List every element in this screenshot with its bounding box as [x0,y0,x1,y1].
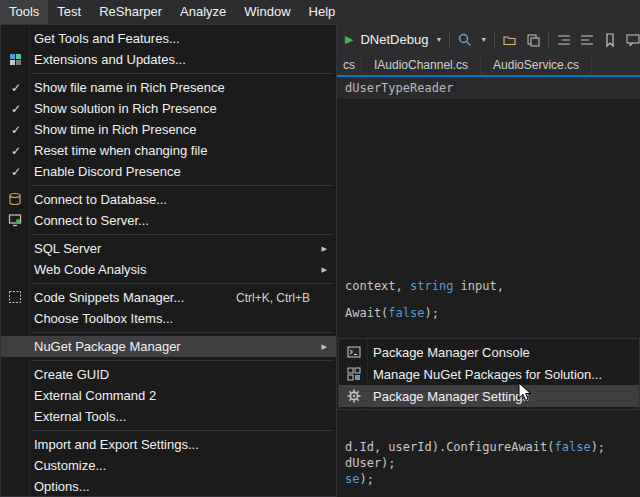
tab-iaudiochannel[interactable]: IAudioChannel.cs [362,55,481,75]
menu-item-web-code-analysis[interactable]: Web Code Analysis ▶ [1,259,336,280]
submenu-item-manage-nuget-packages-for-solution[interactable]: Manage NuGet Packages for Solution... [339,363,639,385]
menu-item-label: Customize... [34,458,106,473]
checkmark-icon: ✓ [7,123,25,137]
menu-item-label: Show solution in Rich Presence [34,101,217,116]
breadcrumb[interactable]: dUserTypeReader [345,77,640,99]
gear-icon [346,388,362,404]
menu-item-extensions-and-updates[interactable]: Extensions and Updates... [1,49,336,70]
console-icon [346,344,362,360]
menu-item-sql-server[interactable]: SQL Server ▶ [1,238,336,259]
code-editor[interactable]: context, string input, Await(false); d.I… [337,99,640,497]
menu-item-enable-discord-presence[interactable]: ✓ Enable Discord Presence [1,161,336,182]
menu-item-shortcut: Ctrl+K, Ctrl+B [236,291,328,305]
submenu-item-label: Package Manager Console [373,345,530,360]
menu-item-label: Connect to Server... [34,213,149,228]
menu-separator [31,73,334,74]
menu-item-reset-time-when-changing-file[interactable]: ✓ Reset time when changing file [1,140,336,161]
submenu-arrow-icon: ▶ [322,266,327,274]
menu-item-code-snippets-manager[interactable]: Code Snippets Manager... Ctrl+K, Ctrl+B [1,287,336,308]
menu-item-external-command-2[interactable]: External Command 2 [1,385,336,406]
chevron-down-icon[interactable]: ▼ [435,36,442,43]
menu-item-customize[interactable]: Customize... [1,455,336,476]
find-icon[interactable] [457,32,473,48]
document-tab-strip: cs IAudioChannel.cs AudioService.cs [337,55,640,77]
menubar-item-test[interactable]: Test [48,0,90,24]
menu-item-label: SQL Server [34,241,101,256]
menu-item-label: Import and Export Settings... [34,437,199,452]
menu-item-external-tools[interactable]: External Tools... [1,406,336,427]
menu-item-label: NuGet Package Manager [34,339,181,354]
submenu-item-label: Package Manager Settings [373,389,529,404]
menu-item-label: Choose Toolbox Items... [34,311,173,326]
menu-item-label: External Tools... [34,409,126,424]
menu-item-import-export-settings[interactable]: Import and Export Settings... [1,434,336,455]
code-line: dUser); [345,456,396,470]
submenu-arrow-icon: ▶ [322,343,327,351]
menu-item-label: Web Code Analysis [34,262,147,277]
extensions-icon [7,51,23,67]
menubar-item-window[interactable]: Window [235,0,299,24]
toolbar-separator [548,31,549,48]
snippets-icon [7,289,23,305]
menu-item-connect-to-server[interactable]: Connect to Server... [1,210,336,231]
bookmark-icon[interactable] [602,32,618,48]
menubar-item-analyze[interactable]: Analyze [171,0,235,24]
tab-partial[interactable]: cs [337,55,362,75]
copy-icon[interactable] [525,32,541,48]
submenu-item-label: Manage NuGet Packages for Solution... [373,367,602,382]
checkmark-icon: ✓ [7,102,25,116]
menubar-item-tools[interactable]: Tools [0,0,48,24]
menu-item-show-solution-rich-presence[interactable]: ✓ Show solution in Rich Presence [1,98,336,119]
submenu-item-package-manager-console[interactable]: Package Manager Console [339,341,639,363]
tools-menu: Get Tools and Features... Extensions and… [0,24,337,497]
navigation-bar[interactable]: dUserTypeReader [337,77,640,99]
toolbar-separator [494,31,495,48]
menu-separator [31,332,334,333]
menu-separator [31,234,334,235]
database-icon [7,191,23,207]
menu-item-nuget-package-manager[interactable]: NuGet Package Manager ▶ [1,336,336,357]
code-line: Await(false); [345,306,439,320]
code-line: d.Id, userId).ConfigureAwait(false); [345,440,605,454]
packages-icon [346,366,362,382]
open-file-icon[interactable] [502,32,518,48]
menu-separator [31,283,334,284]
outdent-icon[interactable] [579,32,595,48]
menu-item-show-time-rich-presence[interactable]: ✓ Show time in Rich Presence [1,119,336,140]
menu-item-label: Get Tools and Features... [34,31,180,46]
menu-item-choose-toolbox-items[interactable]: Choose Toolbox Items... [1,308,336,329]
indent-icon[interactable] [556,32,572,48]
menu-item-get-tools-and-features[interactable]: Get Tools and Features... [1,28,336,49]
start-debug-icon[interactable]: ▶ [345,33,353,46]
menubar-item-resharper[interactable]: ReSharper [90,0,171,24]
nuget-package-manager-submenu: Package Manager Console Manage NuGet Pac… [338,338,640,410]
menu-separator [31,185,334,186]
server-icon [7,212,23,228]
chevron-down-icon[interactable]: ▼ [480,36,487,43]
comment-icon[interactable] [625,32,640,48]
menu-separator [31,360,334,361]
menu-item-create-guid[interactable]: Create GUID [1,364,336,385]
menu-item-label: External Command 2 [34,388,156,403]
checkmark-icon: ✓ [7,81,25,95]
debug-target-selector[interactable]: DNetDebug [360,32,428,47]
menu-item-show-file-name-rich-presence[interactable]: ✓ Show file name in Rich Presence [1,77,336,98]
code-line: se); [345,472,374,486]
menu-item-label: Reset time when changing file [34,143,207,158]
menu-item-label: Code Snippets Manager... [34,290,184,305]
menu-item-connect-to-database[interactable]: Connect to Database... [1,189,336,210]
menu-item-options[interactable]: Options... [1,476,336,497]
menubar-item-help[interactable]: Help [300,0,345,24]
menu-separator [31,430,334,431]
checkmark-icon: ✓ [7,144,25,158]
menu-item-label: Show file name in Rich Presence [34,80,225,95]
menu-item-label: Enable Discord Presence [34,164,181,179]
menu-bar: Tools Test ReSharper Analyze Window Help [0,0,640,24]
submenu-arrow-icon: ▶ [322,245,327,253]
menu-item-label: Connect to Database... [34,192,167,207]
menu-item-label: Create GUID [34,367,109,382]
menu-item-label: Options... [34,479,90,494]
tab-audioservice[interactable]: AudioService.cs [481,55,592,75]
toolbar-separator [449,31,450,48]
submenu-item-package-manager-settings[interactable]: Package Manager Settings [339,385,639,407]
